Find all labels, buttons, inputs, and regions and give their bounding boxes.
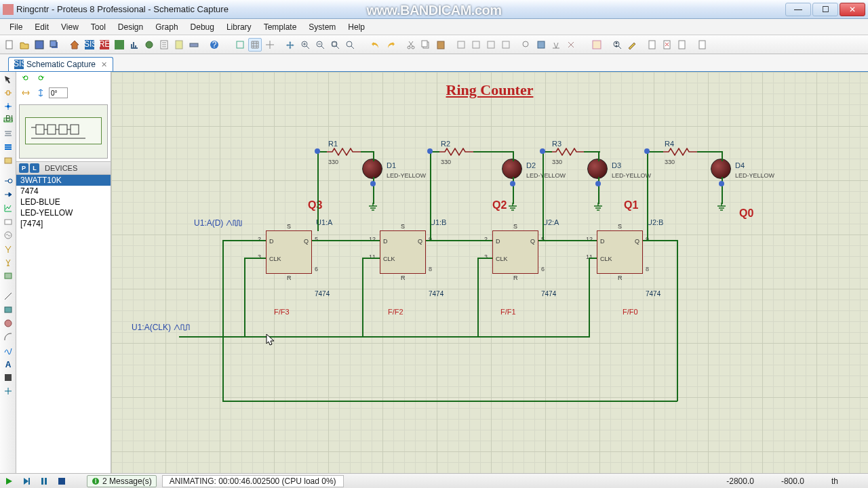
del-sheet-button[interactable] (660, 38, 674, 52)
block-copy-button[interactable] (454, 38, 468, 52)
decomp-button[interactable] (564, 38, 578, 52)
overview-panel[interactable] (19, 104, 108, 159)
menu-help[interactable]: Help (342, 21, 370, 33)
maximize-button[interactable]: ☐ (812, 3, 838, 16)
junction-mode-button[interactable] (1, 100, 15, 113)
menu-library[interactable]: Library (221, 21, 257, 33)
goto-sheet-button[interactable] (675, 38, 689, 52)
pin-mode-button[interactable] (1, 188, 15, 201)
debug-button[interactable] (187, 38, 201, 52)
box-2d-button[interactable] (1, 304, 15, 316)
cut-button[interactable] (404, 38, 418, 52)
terminal-mode-button[interactable] (1, 175, 15, 187)
path-2d-button[interactable] (1, 344, 15, 357)
block-rotate-button[interactable] (484, 38, 498, 52)
package-button[interactable] (549, 38, 563, 52)
make-button[interactable] (534, 38, 548, 52)
grid-button[interactable] (248, 38, 262, 52)
rotate-cw-button[interactable] (34, 72, 47, 84)
redraw-button[interactable] (233, 38, 247, 52)
pause-button[interactable] (38, 476, 50, 487)
device-item[interactable]: 3WATT10K (16, 175, 111, 186)
save-all-button[interactable] (47, 38, 61, 52)
close-button[interactable]: ✕ (840, 3, 865, 16)
save-button[interactable] (33, 38, 46, 52)
label-mode-button[interactable]: LBL (1, 114, 15, 126)
flip-h-button[interactable] (19, 87, 33, 99)
play-button[interactable] (3, 476, 15, 487)
pan-button[interactable] (283, 38, 297, 52)
bom-button[interactable] (157, 38, 171, 52)
home-button[interactable] (68, 38, 81, 52)
arc-2d-button[interactable] (1, 331, 15, 343)
zoom-in-button[interactable] (298, 38, 312, 52)
help-button[interactable]: ? (208, 38, 221, 52)
text-mode-button[interactable] (1, 127, 15, 140)
undo-button[interactable] (369, 38, 382, 52)
block-move-button[interactable] (469, 38, 483, 52)
ares-button[interactable]: ARES (98, 38, 111, 52)
marker-2d-button[interactable] (1, 385, 15, 397)
tab-close-button[interactable]: ✕ (101, 60, 107, 69)
symbol-2d-button[interactable] (1, 371, 15, 384)
copy-button[interactable] (419, 38, 433, 52)
circle-2d-button[interactable] (1, 317, 15, 329)
tab-schematic[interactable]: ISIS Schematic Capture ✕ (8, 57, 113, 71)
probe-v-button[interactable] (1, 243, 15, 255)
chart-button[interactable] (127, 38, 141, 52)
probe-i-button[interactable] (1, 256, 15, 268)
graph-mode-button[interactable] (1, 202, 15, 214)
origin-button[interactable] (263, 38, 277, 52)
menu-view[interactable]: View (56, 21, 84, 33)
menu-graph[interactable]: Graph (150, 21, 183, 33)
pick-button[interactable] (519, 38, 533, 52)
redo-button[interactable] (384, 38, 397, 52)
minimize-button[interactable]: — (785, 3, 811, 16)
zoom-all-button[interactable] (328, 38, 342, 52)
vsm-button[interactable] (142, 38, 156, 52)
line-2d-button[interactable] (1, 290, 15, 302)
device-item[interactable]: LED-YELLOW (16, 207, 111, 218)
gerb-button[interactable] (172, 38, 186, 52)
tape-mode-button[interactable] (1, 216, 15, 228)
rotation-input[interactable] (49, 87, 68, 98)
generator-mode-button[interactable] (1, 229, 15, 241)
step-button[interactable] (20, 476, 33, 487)
subcircuit-mode-button[interactable] (1, 155, 15, 167)
pick-device-button[interactable]: P (19, 163, 28, 173)
instr-button[interactable] (1, 270, 15, 282)
menu-system[interactable]: System (303, 21, 341, 33)
device-item[interactable]: 7474 (16, 186, 111, 197)
rotate-ccw-button[interactable] (19, 72, 33, 84)
prop-button[interactable] (625, 38, 639, 52)
paste-button[interactable] (434, 38, 448, 52)
open-button[interactable] (18, 38, 31, 52)
isis-button[interactable]: ISIS (83, 38, 96, 52)
lib-device-button[interactable]: L (30, 163, 39, 173)
menu-tool[interactable]: Tool (85, 21, 111, 33)
menu-edit[interactable]: Edit (29, 21, 54, 33)
component-mode-button[interactable] (1, 87, 15, 99)
text-2d-button[interactable]: A (1, 358, 15, 370)
zoom-out-button[interactable] (313, 38, 327, 52)
schematic-canvas[interactable]: Ring Counter Q3 Q2 Q1 Q0 R1 330 D1 LED-Y… (111, 72, 868, 473)
message-box[interactable]: i 2 Message(s) (87, 475, 157, 487)
stop-button[interactable] (56, 476, 68, 487)
device-item[interactable]: LED-BLUE (16, 197, 111, 207)
bus-mode-button[interactable] (1, 141, 15, 153)
device-item[interactable]: [7474] (16, 218, 111, 229)
search-button[interactable] (610, 38, 624, 52)
new-sheet-button[interactable] (646, 38, 659, 52)
exit-button[interactable] (696, 38, 709, 52)
zoom-area-button[interactable] (343, 38, 357, 52)
devices-list[interactable]: 3WATT10K 7474 LED-BLUE LED-YELLOW [7474] (16, 175, 111, 473)
wire-style-button[interactable] (590, 38, 604, 52)
menu-debug[interactable]: Debug (185, 21, 220, 33)
menu-design[interactable]: Design (113, 21, 149, 33)
menu-file[interactable]: File (4, 21, 28, 33)
block-delete-button[interactable] (499, 38, 513, 52)
new-button[interactable] (3, 38, 16, 52)
selection-mode-button[interactable] (1, 73, 15, 85)
menu-template[interactable]: Template (258, 21, 302, 33)
3d-button[interactable] (113, 38, 126, 52)
